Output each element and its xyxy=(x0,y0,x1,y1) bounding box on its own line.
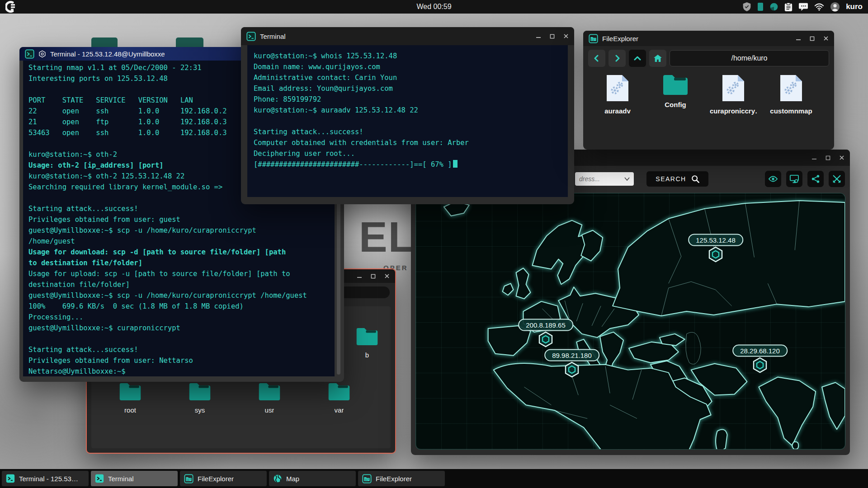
maximize-button[interactable] xyxy=(550,34,555,39)
minimize-button[interactable] xyxy=(536,33,541,39)
close-button[interactable] xyxy=(563,33,569,39)
desktop: EL OPER Wed 00:59 kuro b rootsysu xyxy=(0,0,868,488)
close-button[interactable] xyxy=(823,36,829,41)
window-titlebar[interactable]: FileExplorer xyxy=(583,31,834,46)
folder-icon xyxy=(328,382,350,403)
folder-item-var[interactable]: var xyxy=(316,382,362,414)
maximize-button[interactable] xyxy=(371,274,376,279)
address-bar[interactable]: /home/kuro xyxy=(670,50,829,66)
up-button[interactable] xyxy=(629,50,646,67)
crossed-swords-button[interactable] xyxy=(829,171,845,187)
shield-check-icon[interactable] xyxy=(742,2,751,12)
address-combobox[interactable]: dress... xyxy=(575,172,634,186)
terminal-solid-icon xyxy=(6,474,15,483)
file-icon xyxy=(605,74,630,104)
chevron-down-icon xyxy=(624,177,630,181)
taskbar-item-map[interactable]: Map xyxy=(269,471,356,486)
clock: Wed 00:59 xyxy=(416,0,451,14)
folder-icon xyxy=(189,382,211,403)
minimize-button[interactable] xyxy=(796,36,801,41)
chat-icon[interactable] xyxy=(798,2,808,11)
terminal-line: Administrative contact: Carin Youn xyxy=(254,72,568,83)
navigation-toolbar: /home/kuro xyxy=(583,46,834,69)
maximize-button[interactable] xyxy=(826,155,830,160)
back-button[interactable] xyxy=(588,50,605,67)
taskbar: Terminal - 125.53…TerminalFileExplorerMa… xyxy=(0,469,868,488)
taskbar-item-label: FileExplorer xyxy=(376,475,412,483)
file-icon xyxy=(778,74,804,104)
disk-usage-icon[interactable] xyxy=(769,2,778,11)
address-combobox-text: dress... xyxy=(579,175,600,183)
os-logo-icon[interactable] xyxy=(5,1,17,14)
world-map[interactable]: 125.53.12.48200.8.189.6589.98.21.18028.2… xyxy=(415,193,845,450)
folder-item-sys[interactable]: sys xyxy=(177,382,222,414)
close-button[interactable] xyxy=(384,273,390,279)
ip-marker-label[interactable]: 89.98.21.180 xyxy=(544,349,599,361)
secure-hexagon-icon xyxy=(38,50,46,58)
search-icon xyxy=(691,175,699,183)
file-label: usr xyxy=(265,406,274,414)
wifi-icon[interactable] xyxy=(814,3,824,11)
terminal-output[interactable]: kuro@station:~$ whois 125.53.12.48Domain… xyxy=(247,45,568,197)
home-button[interactable] xyxy=(649,50,666,67)
terminal-line: Usage for upload: scp -u [path to source… xyxy=(28,268,335,279)
hexagon-node-icon[interactable] xyxy=(538,331,553,349)
minimize-button[interactable] xyxy=(357,273,362,279)
terminal-line: Privileges obtained from user: Nettarso xyxy=(28,355,335,366)
ip-marker-label[interactable]: 28.29.68.120 xyxy=(732,345,788,357)
terminal-line: Usage for download: scp -d [path to sour… xyxy=(28,247,335,258)
close-button[interactable] xyxy=(839,155,844,160)
terminal-line: Starting attack...success! xyxy=(28,203,335,214)
taskbar-item-label: Map xyxy=(286,475,299,483)
window-title: FileExplorer xyxy=(602,35,638,42)
taskbar-item-terminal[interactable]: Terminal xyxy=(91,471,178,486)
clipboard-icon[interactable] xyxy=(784,2,793,12)
file-explorer-icon xyxy=(589,34,598,43)
ip-marker-label[interactable]: 125.53.12.48 xyxy=(688,234,743,246)
search-button-label: SEARCH xyxy=(656,175,686,183)
eye-button[interactable] xyxy=(765,171,781,187)
maximize-button[interactable] xyxy=(810,36,815,41)
terminal-icon xyxy=(25,49,34,59)
share-button[interactable] xyxy=(807,171,824,187)
file-item-customnmap[interactable]: customnmap xyxy=(769,74,814,115)
taskbar-item-label: Terminal xyxy=(108,475,134,483)
terminal-line: Nettarso@Uymillboxxe:~$ xyxy=(28,366,335,376)
remote-desktop-button[interactable] xyxy=(786,171,802,187)
file-item-curaproniccry[interactable]: curaproniccry… xyxy=(711,74,756,115)
search-button[interactable]: SEARCH xyxy=(646,171,708,187)
file-label: customnmap xyxy=(770,107,812,115)
file-label: root xyxy=(124,406,136,414)
ip-marker-label[interactable]: 200.8.189.65 xyxy=(518,319,573,331)
folder-item-root[interactable]: root xyxy=(108,382,153,414)
display-icon[interactable] xyxy=(757,2,764,11)
taskbar-item-fileexplorer[interactable]: FileExplorer xyxy=(180,471,267,486)
file-explorer-window[interactable]: FileExplorer /home/kuro auraadvConfigcur… xyxy=(583,31,834,150)
folder-item-Config[interactable]: Config xyxy=(653,74,698,115)
terminal-icon xyxy=(246,32,256,41)
terminal-line xyxy=(28,333,335,344)
minimize-button[interactable] xyxy=(811,155,817,160)
user-avatar-icon[interactable] xyxy=(830,2,840,12)
file-item-auraadv[interactable]: auraadv xyxy=(595,74,640,115)
window-titlebar[interactable]: Terminal xyxy=(241,27,574,45)
username-label[interactable]: kuro xyxy=(846,2,863,11)
folders-row: rootsysusrvar xyxy=(108,382,362,414)
terminal-line: guest@Uymillboxxe:~$ curaproniccrypt xyxy=(28,323,335,333)
taskbar-item-terminal12553[interactable]: Terminal - 125.53… xyxy=(2,471,89,486)
hexagon-node-icon[interactable] xyxy=(708,246,723,264)
taskbar-item-fileexplorer[interactable]: FileExplorer xyxy=(358,471,445,486)
terminal-line: Processing... xyxy=(28,312,335,323)
hexagon-node-icon[interactable] xyxy=(564,361,580,380)
terminal-local-window[interactable]: Terminal kuro@station:~$ whois 125.53.12… xyxy=(241,27,574,204)
hexagon-node-icon[interactable] xyxy=(752,357,768,375)
terminal-line: Phone: 859199792 xyxy=(254,94,568,105)
terminal-line: /home/guest xyxy=(28,236,335,247)
wallpaper-logo-text: EL xyxy=(359,216,415,258)
folder-b[interactable]: b xyxy=(344,327,390,359)
file-label: Config xyxy=(665,101,686,108)
folder-item-usr[interactable]: usr xyxy=(247,382,292,414)
taskbar-item-label: Terminal - 125.53… xyxy=(19,475,78,483)
forward-button[interactable] xyxy=(609,50,626,67)
file-label: auraadv xyxy=(604,107,631,115)
